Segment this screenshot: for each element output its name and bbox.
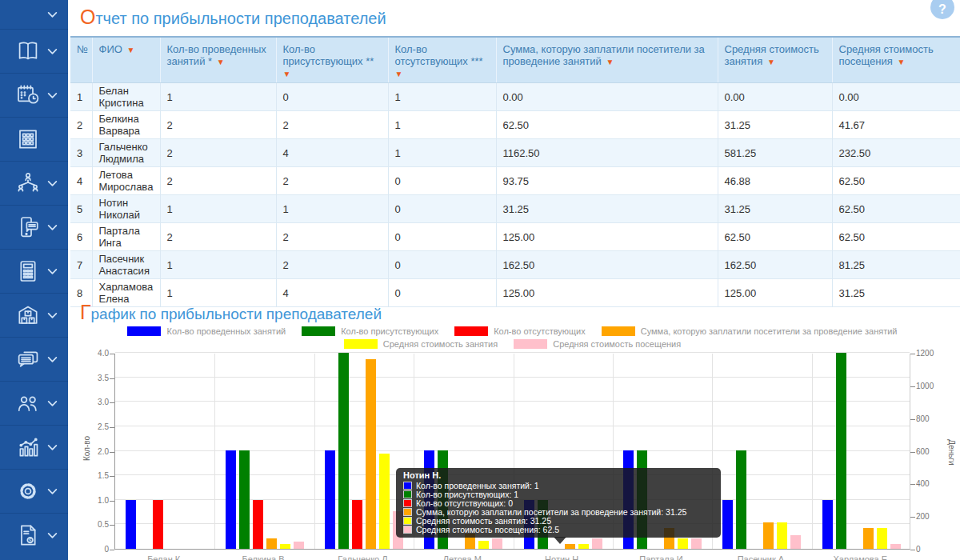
bar[interactable]: [691, 538, 702, 549]
column-header-label: ФИО: [99, 43, 122, 55]
bar[interactable]: [722, 500, 733, 549]
table-cell: 0.00: [832, 83, 960, 111]
sort-arrow-icon: ▼: [895, 58, 906, 66]
bar[interactable]: [478, 541, 489, 549]
column-header-label: №: [77, 43, 88, 55]
bar[interactable]: [126, 500, 136, 549]
x-axis-label: Белан К.: [115, 554, 214, 560]
y-axis-right-tick-label: 800: [916, 414, 950, 423]
table-row: 3Гальченко Людмила2411162.50581.25232.50: [70, 139, 960, 167]
sidebar-item-invoices[interactable]: $: [0, 513, 68, 557]
bar[interactable]: [790, 535, 801, 549]
org-structure-icon: [14, 169, 42, 198]
chevron-down-icon: [47, 400, 58, 407]
legend-label: Сумма, которую заплатили посетители за п…: [641, 326, 898, 336]
bar[interactable]: [777, 522, 787, 549]
sidebar-item-top-collapsed[interactable]: [0, 0, 68, 29]
x-axis-label: Партала И.: [613, 554, 712, 560]
table-cell: 7: [70, 251, 92, 279]
bar[interactable]: [565, 544, 575, 549]
table-row: 5Нотин Николай11031.2531.2562.50: [70, 195, 960, 223]
table-cell: 4: [276, 139, 388, 167]
gridline-horizontal: [115, 352, 910, 353]
sidebar-item-mobile-chat[interactable]: [0, 205, 68, 249]
sidebar-item-messages[interactable]: [0, 337, 68, 381]
sidebar-item-warehouse[interactable]: [0, 293, 68, 337]
table-cell: 1: [160, 251, 276, 279]
table-cell: 93.75: [496, 167, 718, 195]
bar[interactable]: [678, 538, 688, 549]
column-header-6[interactable]: Средняя стоимость занятия ▼: [718, 37, 832, 83]
y-axis-right-tick-label: 400: [916, 479, 950, 488]
y-axis-left-tick-label: 2.0: [77, 447, 109, 456]
legend-item: Сумма, которую заплатили посетители за п…: [602, 326, 898, 336]
chevron-down-icon: [47, 92, 58, 99]
column-header-label: Кол-во отсутствующих ***: [395, 43, 483, 67]
y-axis-left-tick-label: 0.5: [77, 520, 109, 529]
bar[interactable]: [352, 500, 362, 549]
bar[interactable]: [836, 353, 846, 549]
column-header-5[interactable]: Сумма, которую заплатили посетители за п…: [496, 37, 718, 83]
y-axis-right-tick: [910, 550, 915, 550]
help-button[interactable]: ?: [930, 0, 954, 19]
sidebar-item-settings[interactable]: [0, 469, 68, 513]
bar[interactable]: [338, 353, 349, 549]
sidebar-item-grid[interactable]: [0, 117, 68, 161]
table-cell: 2: [160, 167, 276, 195]
bar[interactable]: [822, 500, 833, 549]
table-cell: 2: [276, 251, 388, 279]
bar[interactable]: [492, 538, 502, 549]
tooltip-line-text: Кол-во присутствующих: 1: [416, 490, 518, 499]
bar[interactable]: [153, 500, 163, 549]
sidebar-item-book[interactable]: [0, 29, 68, 73]
table-cell: 0: [388, 251, 496, 279]
bar[interactable]: [294, 542, 304, 549]
legend-label: Средняя стоимость посещения: [553, 339, 681, 349]
tooltip-arrow: [554, 537, 566, 544]
bar[interactable]: [280, 544, 290, 549]
tooltip-line-text: Средняя стоимость занятия: 31.25: [416, 517, 551, 526]
bar[interactable]: [877, 528, 887, 549]
sidebar-item-statistics[interactable]: [0, 425, 68, 469]
bar[interactable]: [763, 522, 774, 549]
tooltip-swatch: [403, 517, 412, 525]
legend-label: Кол-во присутствующих: [341, 326, 438, 336]
tooltip-line-text: Сумма, которую заплатили посетители за п…: [416, 508, 686, 517]
tooltip-swatch: [403, 526, 412, 534]
sidebar-item-clients[interactable]: [0, 381, 68, 425]
column-header-1[interactable]: ФИО ▼: [92, 37, 160, 83]
bar[interactable]: [266, 538, 277, 549]
bar[interactable]: [226, 450, 236, 549]
column-header-7[interactable]: Средняя стоимость посещения ▼: [832, 37, 960, 83]
column-header-3[interactable]: Кол-во присутствующих ** ▼: [276, 37, 388, 83]
legend-item: Средняя стоимость занятия: [344, 339, 498, 349]
bar[interactable]: [366, 359, 376, 549]
sort-arrow-icon: ▼: [765, 58, 775, 66]
bar[interactable]: [736, 450, 746, 549]
column-header-0: №: [70, 37, 92, 83]
sidebar-item-schedule[interactable]: [0, 73, 68, 117]
bar[interactable]: [325, 450, 335, 549]
table-cell: 46.88: [718, 167, 832, 195]
bar[interactable]: [239, 450, 250, 549]
table-cell: 31.25: [496, 195, 718, 223]
table-cell: 3: [70, 139, 92, 167]
table-cell: 31.25: [718, 111, 832, 139]
column-header-2[interactable]: Кол-во проведенных занятий * ▼: [160, 37, 276, 83]
bar[interactable]: [578, 544, 589, 549]
column-header-4[interactable]: Кол-во отсутствующих *** ▼: [388, 37, 496, 83]
y-axis-right-tick-label: 600: [916, 447, 950, 456]
bar[interactable]: [379, 454, 390, 549]
profitability-table: №ФИО ▼Кол-во проведенных занятий * ▼Кол-…: [70, 36, 960, 307]
table-header-row: №ФИО ▼Кол-во проведенных занятий * ▼Кол-…: [70, 37, 960, 83]
sidebar-item-org-structure[interactable]: [0, 161, 68, 205]
legend-item: Средняя стоимость посещения: [514, 339, 681, 349]
svg-text:$: $: [29, 537, 32, 544]
bar[interactable]: [253, 500, 263, 549]
bar[interactable]: [592, 538, 602, 549]
bar[interactable]: [890, 544, 901, 549]
sidebar-item-calculator[interactable]: [0, 249, 68, 293]
y-axis-right-tick-label: 1200: [916, 349, 950, 358]
table-cell: 1: [276, 195, 388, 223]
bar[interactable]: [863, 528, 874, 549]
